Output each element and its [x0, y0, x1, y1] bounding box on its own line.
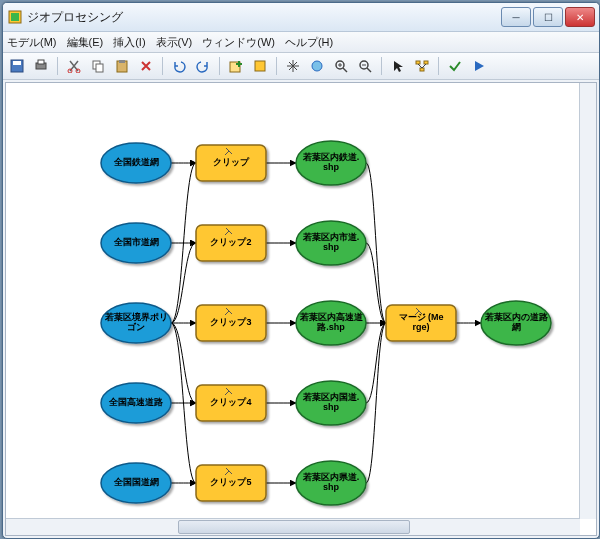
delete-icon[interactable]: [136, 56, 156, 76]
close-button[interactable]: ✕: [565, 7, 595, 27]
print-icon[interactable]: [31, 56, 51, 76]
full-extent-icon[interactable]: [307, 56, 327, 76]
svg-text:クリップ: クリップ: [213, 157, 250, 167]
node-o2[interactable]: 若葉区内市道.shp: [296, 221, 366, 265]
node-in3[interactable]: 若葉区境界ポリゴン: [101, 303, 171, 343]
node-in1[interactable]: 全国鉄道網: [101, 143, 171, 183]
node-t3[interactable]: クリップ3: [196, 305, 266, 341]
svg-text:若葉区内国道.: 若葉区内国道.: [302, 392, 360, 402]
menu-view[interactable]: 表示(V): [156, 35, 193, 50]
svg-text:若葉区内の道路: 若葉区内の道路: [484, 312, 549, 322]
node-tm[interactable]: マージ (Merge): [386, 305, 456, 341]
menu-edit[interactable]: 編集(E): [67, 35, 104, 50]
edge-o1-tm: [366, 163, 386, 323]
pan-icon[interactable]: [283, 56, 303, 76]
auto-layout-icon[interactable]: [412, 56, 432, 76]
zoom-in-icon[interactable]: [331, 56, 351, 76]
svg-rect-9: [96, 64, 103, 72]
svg-rect-11: [119, 60, 125, 63]
maximize-button[interactable]: ☐: [533, 7, 563, 27]
redo-icon[interactable]: [193, 56, 213, 76]
paste-icon[interactable]: [112, 56, 132, 76]
node-o5[interactable]: 若葉区内県道.shp: [296, 461, 366, 505]
svg-text:クリップ3: クリップ3: [210, 317, 251, 327]
svg-text:クリップ2: クリップ2: [210, 237, 251, 247]
svg-rect-19: [420, 68, 424, 71]
run-icon[interactable]: [469, 56, 489, 76]
node-t2[interactable]: クリップ2: [196, 225, 266, 261]
node-o4[interactable]: 若葉区内国道.shp: [296, 381, 366, 425]
svg-text:クリップ5: クリップ5: [210, 477, 251, 487]
svg-text:rge): rge): [412, 322, 429, 332]
minimize-button[interactable]: ─: [501, 7, 531, 27]
node-o1[interactable]: 若葉区内鉄道.shp: [296, 141, 366, 185]
app-icon: [7, 9, 23, 25]
svg-text:全国鉄道網: 全国鉄道網: [113, 157, 159, 167]
node-om[interactable]: 若葉区内の道路網: [481, 301, 551, 345]
model-canvas[interactable]: 全国鉄道網全国市道網若葉区境界ポリゴン全国高速道路全国国道網全国県道網クリップク…: [6, 83, 596, 535]
node-in5[interactable]: 全国国道網: [101, 463, 171, 503]
edge-in3-t4: [171, 323, 196, 403]
svg-text:shp: shp: [323, 162, 340, 172]
node-t1[interactable]: クリップ: [196, 145, 266, 181]
copy-icon[interactable]: [88, 56, 108, 76]
svg-text:shp: shp: [323, 242, 340, 252]
create-variable-icon[interactable]: [250, 56, 270, 76]
window-title: ジオプロセシング: [27, 9, 501, 26]
menu-model[interactable]: モデル(M): [7, 35, 57, 50]
svg-text:クリップ4: クリップ4: [210, 397, 251, 407]
node-t5[interactable]: クリップ5: [196, 465, 266, 501]
svg-rect-18: [424, 61, 428, 64]
node-o3[interactable]: 若葉区内高速道路.shp: [296, 301, 366, 345]
svg-text:路.shp: 路.shp: [316, 322, 345, 332]
add-data-icon[interactable]: [226, 56, 246, 76]
svg-text:shp: shp: [323, 482, 340, 492]
svg-text:網: 網: [511, 322, 521, 332]
menu-help[interactable]: ヘルプ(H): [285, 35, 333, 50]
edge-in3-t2: [171, 243, 196, 323]
svg-text:若葉区境界ポリ: 若葉区境界ポリ: [104, 312, 168, 322]
svg-text:若葉区内高速道: 若葉区内高速道: [299, 312, 364, 322]
select-icon[interactable]: [388, 56, 408, 76]
edge-o5-tm: [366, 323, 386, 483]
edge-o4-tm: [366, 323, 386, 403]
edge-o2-tm: [366, 243, 386, 323]
svg-text:若葉区内鉄道.: 若葉区内鉄道.: [302, 152, 360, 162]
toolbar: [3, 53, 599, 80]
svg-text:全国市道網: 全国市道網: [113, 237, 159, 247]
svg-text:マージ (Me: マージ (Me: [399, 312, 444, 322]
titlebar[interactable]: ジオプロセシング ─ ☐ ✕: [3, 3, 599, 32]
menubar: モデル(M) 編集(E) 挿入(I) 表示(V) ウィンドウ(W) ヘルプ(H): [3, 32, 599, 53]
svg-text:若葉区内県道.: 若葉区内県道.: [302, 472, 360, 482]
undo-icon[interactable]: [169, 56, 189, 76]
canvas-area: 全国鉄道網全国市道網若葉区境界ポリゴン全国高速道路全国国道網全国県道網クリップク…: [5, 82, 597, 536]
svg-rect-5: [38, 60, 44, 64]
node-in4[interactable]: 全国高速道路: [101, 383, 171, 423]
svg-text:ゴン: ゴン: [127, 322, 145, 332]
svg-rect-1: [11, 13, 19, 21]
svg-point-14: [312, 61, 322, 71]
validate-icon[interactable]: [445, 56, 465, 76]
node-t4[interactable]: クリップ4: [196, 385, 266, 421]
svg-text:shp: shp: [323, 402, 340, 412]
svg-text:全国高速道路: 全国高速道路: [108, 397, 164, 407]
cut-icon[interactable]: [64, 56, 84, 76]
svg-rect-13: [255, 61, 265, 71]
svg-rect-3: [13, 61, 21, 65]
menu-window[interactable]: ウィンドウ(W): [202, 35, 275, 50]
svg-rect-17: [416, 61, 420, 64]
zoom-out-icon[interactable]: [355, 56, 375, 76]
svg-text:全国国道網: 全国国道網: [113, 477, 159, 487]
vertical-scrollbar[interactable]: [579, 83, 596, 519]
horizontal-scrollbar[interactable]: [6, 518, 580, 535]
model-diagram[interactable]: 全国鉄道網全国市道網若葉区境界ポリゴン全国高速道路全国国道網全国県道網クリップク…: [6, 83, 596, 535]
save-icon[interactable]: [7, 56, 27, 76]
node-in2[interactable]: 全国市道網: [101, 223, 171, 263]
menu-insert[interactable]: 挿入(I): [113, 35, 145, 50]
svg-text:若葉区内市道.: 若葉区内市道.: [302, 232, 360, 242]
app-window: ジオプロセシング ─ ☐ ✕ モデル(M) 編集(E) 挿入(I) 表示(V) …: [2, 2, 600, 539]
